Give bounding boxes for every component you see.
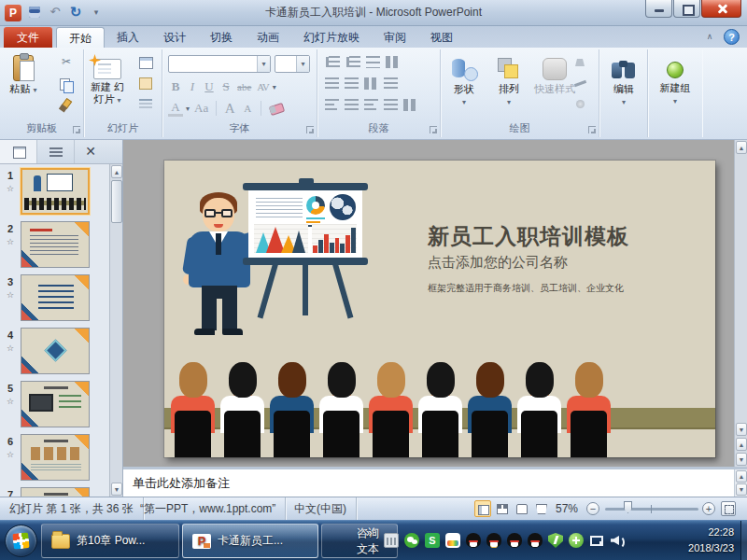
ribbon-tab[interactable]: 视图 (418, 27, 465, 48)
reset-icon[interactable] (136, 76, 157, 91)
clear-formatting-icon[interactable] (267, 101, 288, 116)
keyboard-icon[interactable] (384, 533, 399, 548)
zoom-slider-thumb[interactable] (624, 501, 632, 513)
slide-thumbnail-item[interactable]: 5 ☆ (0, 377, 110, 430)
bullets-icon[interactable] (329, 56, 340, 68)
notes-pane[interactable]: 单击此处添加备注 ▲ ▼ (123, 467, 747, 497)
fit-to-window-icon[interactable] (721, 501, 736, 516)
chevron-down-icon[interactable]: ▾ (296, 56, 309, 72)
ribbon-tab[interactable]: 动画 (245, 27, 291, 48)
scroll-up-icon[interactable]: ▲ (111, 165, 122, 178)
shape-effects-icon[interactable] (572, 97, 593, 112)
copy-icon[interactable] (56, 77, 77, 91)
wechat-icon[interactable] (404, 533, 419, 548)
slide-thumbnail-image[interactable] (21, 434, 90, 481)
character-spacing-button[interactable]: AV (255, 81, 270, 92)
network-icon[interactable] (589, 533, 604, 548)
font-color-button[interactable]: A (168, 101, 183, 117)
security-shield-icon[interactable] (548, 533, 563, 548)
font-name-combo[interactable]: ▾ (168, 55, 271, 73)
decrease-indent-icon[interactable] (325, 77, 339, 90)
slide-thumbnail-item[interactable]: 2 ☆ (0, 217, 110, 271)
shadow-button[interactable]: S (218, 79, 233, 94)
shape-fill-icon[interactable] (572, 56, 593, 71)
close-button[interactable] (701, 0, 741, 18)
layout-icon[interactable] (136, 55, 157, 70)
paste-button[interactable]: 粘贴 ▾ (2, 53, 45, 96)
normal-view-icon[interactable] (474, 500, 491, 517)
change-case-button[interactable]: Aa (192, 101, 210, 116)
slide-thumbnail-item[interactable]: 7 ☆ (0, 483, 110, 497)
ribbon-tab[interactable]: 审阅 (372, 27, 418, 48)
qq-files-icon[interactable] (486, 533, 501, 548)
ribbon-tab[interactable]: 幻灯片放映 (291, 27, 372, 48)
scroll-down-icon[interactable]: ▼ (736, 423, 747, 436)
new-slide-button[interactable]: 新建 幻灯片 ▾ (86, 53, 129, 106)
notes-scrollbar[interactable]: ▲ ▼ (734, 469, 747, 497)
align-text-icon[interactable] (384, 77, 398, 90)
zoom-out-button[interactable]: − (586, 502, 599, 515)
qq-icon[interactable] (507, 533, 522, 548)
health-ball-icon[interactable] (569, 533, 584, 548)
slide-title[interactable]: 新员工入职培训模板 (428, 222, 629, 251)
scrollbar-thumb[interactable] (111, 180, 122, 223)
taskbar-button-folder[interactable]: 第10章 Pow... (41, 524, 179, 558)
align-center-icon[interactable] (345, 99, 359, 111)
reading-view-icon[interactable] (514, 500, 530, 517)
slide-thumbnail-image[interactable] (21, 328, 90, 374)
tab-file[interactable]: 文件 (4, 27, 52, 48)
scroll-down-icon[interactable]: ▼ (111, 483, 122, 496)
scroll-down-icon[interactable]: ▼ (736, 483, 747, 496)
italic-button[interactable]: I (185, 79, 200, 94)
panel-close-icon[interactable]: ✕ (75, 140, 106, 163)
help-icon[interactable]: ? (724, 29, 740, 45)
slide-tagline[interactable]: 框架完整适用于商务培训、员工培训、企业文化 (428, 282, 624, 295)
columns-icon[interactable] (364, 77, 378, 90)
slide-thumbnail-item[interactable]: 3 ☆ (0, 271, 110, 324)
ribbon-tab[interactable]: 插入 (105, 27, 151, 48)
shapes-button[interactable]: 形状▾ (443, 53, 486, 108)
align-left-icon[interactable] (325, 99, 339, 111)
zoom-level[interactable]: 57% (556, 497, 578, 520)
format-painter-icon[interactable] (56, 98, 77, 113)
sogou-icon[interactable] (425, 533, 440, 548)
smartart-convert-icon[interactable] (403, 99, 417, 111)
qq-icon[interactable] (466, 533, 481, 548)
chevron-down-icon[interactable]: ▾ (273, 83, 276, 91)
ribbon-collapse-icon[interactable]: ∧ (702, 30, 717, 44)
zoom-slider-track[interactable] (605, 508, 698, 511)
slide-sorter-icon[interactable] (494, 500, 511, 517)
line-spacing-icon[interactable] (366, 56, 380, 68)
chevron-down-icon[interactable]: ▾ (186, 105, 190, 113)
panel-scrollbar[interactable]: ▲ ▼ (109, 164, 122, 497)
shrink-font-button[interactable]: A (240, 103, 255, 114)
slide-thumbnail-image[interactable] (21, 487, 90, 497)
paragraph-dialog-launcher-icon[interactable] (430, 126, 437, 133)
previous-slide-icon[interactable]: ▲ (736, 438, 747, 451)
slide-thumbnail-image[interactable] (21, 168, 90, 215)
notes-placeholder[interactable]: 单击此处添加备注 (133, 475, 230, 492)
slide-thumbnail-image[interactable] (21, 381, 90, 427)
ribbon-tab[interactable]: 切换 (198, 27, 245, 48)
slide-thumbnail-image[interactable] (21, 221, 90, 268)
editing-button[interactable]: 编辑▾ (602, 53, 645, 108)
minimize-button[interactable] (645, 0, 672, 18)
taskbar-button-powerpoint[interactable]: 卡通新员工... (182, 524, 318, 558)
bear-icon[interactable] (445, 533, 460, 548)
slide-thumbnail-item[interactable]: 1 ☆ (0, 164, 110, 217)
align-right-icon[interactable] (364, 99, 378, 111)
show-desktop-button[interactable] (740, 521, 747, 560)
ribbon-tab[interactable]: 设计 (151, 27, 198, 48)
editor-scrollbar[interactable]: ▲ ▼ ▲ ▼ (734, 140, 747, 467)
slide-thumbnail-image[interactable] (21, 274, 90, 321)
shape-outline-icon[interactable] (572, 77, 593, 91)
slide-thumbnail-item[interactable]: 6 ☆ (0, 430, 110, 483)
next-slide-icon[interactable]: ▼ (736, 453, 747, 466)
bold-button[interactable]: B (168, 79, 183, 94)
slideshow-icon[interactable] (533, 500, 550, 517)
scroll-up-icon[interactable]: ▲ (736, 470, 747, 483)
tray-overflow-icon[interactable]: » (366, 526, 373, 539)
justify-icon[interactable] (384, 99, 398, 111)
grow-font-button[interactable]: A (222, 101, 237, 117)
chevron-down-icon[interactable]: ▾ (257, 56, 270, 72)
